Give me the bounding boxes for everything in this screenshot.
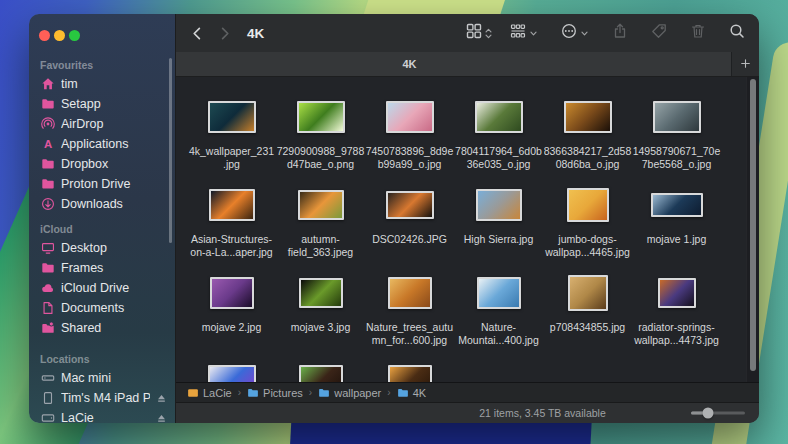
file-item[interactable]: mojave 3.jpg bbox=[276, 265, 365, 353]
file-thumbnail bbox=[567, 188, 609, 222]
breadcrumb-wallpaper[interactable]: wallpaper bbox=[318, 387, 381, 399]
file-item[interactable]: mojave 1.jpg bbox=[632, 177, 721, 265]
zoom-button[interactable] bbox=[69, 30, 80, 41]
thumbnail-slot bbox=[298, 183, 344, 227]
file-thumbnail bbox=[475, 101, 523, 133]
file-item[interactable] bbox=[276, 353, 365, 382]
sidebar-item-documents[interactable]: Documents bbox=[40, 298, 175, 318]
file-item[interactable]: radiator-springs-wallpap...4473.jpg bbox=[632, 265, 721, 353]
eject-button[interactable] bbox=[156, 413, 167, 424]
file-thumbnail bbox=[568, 275, 608, 311]
icon-size-slider[interactable] bbox=[691, 408, 745, 419]
breadcrumb-pictures[interactable]: Pictures bbox=[247, 387, 303, 399]
content-scrollbar-track[interactable] bbox=[746, 77, 759, 382]
sidebar-item-setapp[interactable]: Setapp bbox=[40, 94, 175, 114]
sidebar-item-ipad[interactable]: Tim's M4 iPad Pro bbox=[40, 388, 175, 408]
window-controls bbox=[39, 30, 80, 41]
sidebar-item-label: Proton Drive bbox=[61, 177, 175, 191]
file-item[interactable] bbox=[365, 353, 454, 382]
folder-icon bbox=[318, 387, 330, 399]
file-name: radiator-springs-wallpap...4473.jpg bbox=[633, 321, 721, 346]
sidebar-item-lacie[interactable]: LaCie bbox=[40, 408, 175, 423]
sidebar-item-tim[interactable]: tim bbox=[40, 74, 175, 94]
chevron-down-icon bbox=[529, 29, 538, 38]
applications-icon: A bbox=[40, 137, 55, 151]
sidebar-item-label: Desktop bbox=[61, 241, 175, 255]
breadcrumb-lacie[interactable]: LaCie bbox=[187, 387, 232, 399]
sidebar-item-icloud-drive[interactable]: iCloud Drive bbox=[40, 278, 175, 298]
file-item[interactable]: Asian-Structures-on-a-La...aper.jpg bbox=[187, 177, 276, 265]
share-button[interactable] bbox=[612, 23, 628, 43]
file-thumbnail bbox=[388, 365, 432, 382]
file-name: High Sierra.jpg bbox=[455, 233, 543, 246]
sidebar-item-dropbox[interactable]: Dropbox bbox=[40, 154, 175, 174]
search-icon bbox=[729, 23, 745, 43]
file-item[interactable]: 7290900988_9788d47bae_o.png bbox=[276, 89, 365, 177]
file-name: autumn-field_363.jpeg bbox=[277, 233, 365, 258]
breadcrumb-4k[interactable]: 4K bbox=[397, 387, 426, 399]
file-name: 7290900988_9788d47bae_o.png bbox=[277, 145, 365, 170]
file-item[interactable]: Nature-Mountai...400.jpg bbox=[454, 265, 543, 353]
plus-icon bbox=[740, 55, 751, 73]
back-button[interactable] bbox=[190, 26, 205, 41]
tag-icon bbox=[651, 23, 667, 43]
svg-text:A: A bbox=[43, 138, 51, 150]
slider-thumb[interactable] bbox=[702, 408, 713, 419]
sidebar-item-label: Documents bbox=[61, 301, 175, 315]
file-name: mojave 3.jpg bbox=[277, 321, 365, 334]
file-item[interactable]: High Sierra.jpg bbox=[454, 177, 543, 265]
thumbnail-slot bbox=[568, 271, 608, 315]
eject-button[interactable] bbox=[156, 393, 167, 404]
sidebar-item-airdrop[interactable]: AirDrop bbox=[40, 114, 175, 134]
document-icon bbox=[40, 301, 55, 315]
file-item[interactable]: p708434855.jpg bbox=[543, 265, 632, 353]
sidebar-item-shared[interactable]: Shared bbox=[40, 318, 175, 338]
file-name: Nature_trees_autumn_for...600.jpg bbox=[366, 321, 454, 346]
close-button[interactable] bbox=[39, 30, 50, 41]
search-button[interactable] bbox=[729, 23, 745, 43]
file-item[interactable]: jumbo-dogs-wallpap...4465.jpg bbox=[543, 177, 632, 265]
tab-bar: 4K bbox=[176, 52, 759, 77]
file-item[interactable] bbox=[187, 353, 276, 382]
file-item[interactable]: 8366384217_2d5808d6ba_o.jpg bbox=[543, 89, 632, 177]
sidebar-item-downloads[interactable]: Downloads bbox=[40, 194, 175, 214]
content-scrollbar[interactable] bbox=[750, 79, 756, 371]
file-item[interactable]: Nature_trees_autumn_for...600.jpg bbox=[365, 265, 454, 353]
sidebar-item-applications[interactable]: A Applications bbox=[40, 134, 175, 154]
breadcrumb-label: LaCie bbox=[203, 387, 232, 399]
sidebar-item-proton-drive[interactable]: Proton Drive bbox=[40, 174, 175, 194]
status-bar: 21 items, 3.45 TB available bbox=[176, 402, 759, 423]
file-thumbnail bbox=[476, 189, 522, 221]
file-item[interactable]: 7804117964_6d0b36e035_o.jpg bbox=[454, 89, 543, 177]
sidebar-scrollbar[interactable] bbox=[169, 58, 172, 243]
file-item[interactable]: DSC02426.JPG bbox=[365, 177, 454, 265]
delete-button[interactable] bbox=[690, 23, 706, 43]
more-options-button[interactable] bbox=[561, 23, 589, 43]
file-name: 14958790671_70e7be5568_o.jpg bbox=[633, 145, 721, 170]
sidebar-item-mac-mini[interactable]: Mac mini bbox=[40, 368, 175, 388]
sidebar-item-label: LaCie bbox=[61, 411, 150, 423]
file-thumbnail bbox=[653, 101, 701, 133]
new-tab-button[interactable] bbox=[731, 52, 759, 76]
view-options-button[interactable] bbox=[466, 23, 493, 43]
file-item[interactable]: mojave 2.jpg bbox=[187, 265, 276, 353]
forward-button[interactable] bbox=[217, 26, 232, 41]
file-thumbnail bbox=[299, 278, 343, 308]
tab-4k[interactable]: 4K bbox=[176, 52, 731, 76]
minimize-button[interactable] bbox=[54, 30, 65, 41]
file-item[interactable]: 14958790671_70e7be5568_o.jpg bbox=[632, 89, 721, 177]
shared-folder-icon bbox=[40, 321, 55, 335]
thumbnail-slot bbox=[209, 183, 255, 227]
file-item[interactable]: 4k_wallpaper_231.jpg bbox=[187, 89, 276, 177]
file-item[interactable]: 7450783896_8d9eb99a99_o.jpg bbox=[365, 89, 454, 177]
home-icon bbox=[40, 77, 55, 91]
main-pane: 4K bbox=[175, 14, 759, 423]
sidebar-item-frames[interactable]: Frames bbox=[40, 258, 175, 278]
file-item[interactable]: autumn-field_363.jpeg bbox=[276, 177, 365, 265]
tag-button[interactable] bbox=[651, 23, 667, 43]
breadcrumb-separator: › bbox=[309, 387, 312, 398]
grid-view-icon bbox=[466, 23, 482, 43]
group-by-button[interactable] bbox=[510, 23, 538, 43]
sidebar-item-desktop[interactable]: Desktop bbox=[40, 238, 175, 258]
group-by-icon bbox=[510, 23, 526, 43]
